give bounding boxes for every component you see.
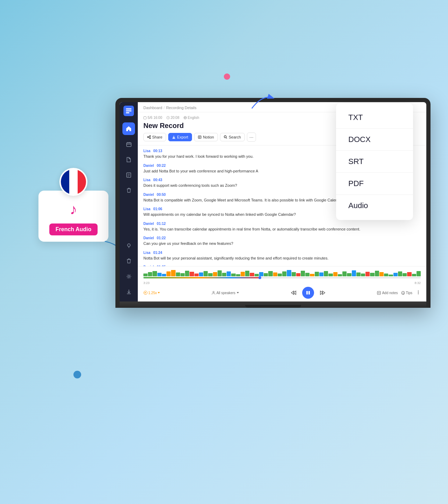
french-audio-card: ♪ French Audio bbox=[33, 168, 114, 242]
french-flag bbox=[59, 168, 87, 196]
svg-point-45 bbox=[418, 291, 419, 291]
flag-white-stripe bbox=[69, 169, 78, 194]
svg-point-12 bbox=[127, 244, 130, 247]
audio-player: 3:23 8:32 1.25x All speakers bbox=[138, 266, 426, 301]
notion-button[interactable]: Notion bbox=[194, 133, 218, 141]
play-controls bbox=[290, 287, 326, 299]
speaker-filter[interactable]: All speakers bbox=[212, 291, 239, 295]
tips-label: Tips bbox=[406, 291, 412, 295]
meta-language: English bbox=[184, 116, 199, 120]
svg-rect-37 bbox=[306, 291, 308, 294]
search-button[interactable]: Search bbox=[220, 133, 245, 141]
rewind-button[interactable] bbox=[290, 289, 298, 297]
export-audio[interactable]: Audio bbox=[336, 195, 413, 216]
svg-rect-3 bbox=[126, 112, 129, 113]
sidebar-logo bbox=[123, 106, 134, 116]
music-icon: ♪ bbox=[47, 201, 100, 218]
tips-button[interactable]: Tips bbox=[401, 291, 412, 295]
sidebar-item-delete2[interactable] bbox=[122, 255, 135, 267]
time-end: 8:32 bbox=[414, 281, 421, 285]
svg-point-24 bbox=[150, 136, 151, 137]
sidebar-item-trash[interactable] bbox=[122, 184, 135, 197]
decorative-dot-blue bbox=[73, 371, 81, 378]
transcript-text-7: Notta Bot will be your personal assistan… bbox=[143, 255, 421, 261]
breadcrumb-dashboard[interactable]: Dashboard bbox=[143, 106, 162, 110]
sidebar-item-docs[interactable] bbox=[122, 169, 135, 181]
sidebar bbox=[120, 102, 138, 301]
share-button[interactable]: Share bbox=[143, 133, 166, 141]
time-start: 3:23 bbox=[143, 281, 150, 285]
waveform[interactable] bbox=[143, 269, 421, 280]
transcript-block-5: Daniel 01:12 Yes, it is. You can transcr… bbox=[143, 222, 421, 232]
transcript-text-5: Yes, it is. You can transcribe calendar … bbox=[143, 226, 421, 232]
export-txt[interactable]: TXT bbox=[336, 107, 413, 129]
transcript-block-6: Daniel 01:22 Can you give us your feedba… bbox=[143, 236, 421, 247]
speaker-daniel-0122: Daniel 01:22 bbox=[143, 236, 421, 240]
svg-line-26 bbox=[149, 136, 150, 137]
more-options-button[interactable]: ··· bbox=[247, 133, 256, 142]
svg-rect-2 bbox=[126, 111, 131, 112]
speaker-daniel-0112: Daniel 01:12 bbox=[143, 222, 421, 226]
speakers-label: All speakers bbox=[216, 291, 235, 295]
sidebar-item-home[interactable] bbox=[122, 122, 135, 135]
search-label: Search bbox=[229, 135, 241, 139]
share-label: Share bbox=[152, 135, 162, 139]
svg-point-25 bbox=[150, 138, 151, 139]
sidebar-item-download[interactable] bbox=[122, 285, 135, 298]
meta-duration: 20:08 bbox=[166, 116, 179, 120]
svg-rect-4 bbox=[127, 143, 131, 147]
decorative-dot-pink bbox=[224, 73, 230, 80]
svg-line-34 bbox=[226, 138, 227, 139]
player-controls: 1.25x All speakers bbox=[143, 287, 421, 299]
laptop-base bbox=[120, 301, 426, 308]
export-srt[interactable]: SRT bbox=[336, 151, 413, 173]
pause-button[interactable] bbox=[302, 287, 314, 299]
svg-rect-38 bbox=[308, 291, 310, 294]
svg-rect-1 bbox=[126, 108, 131, 109]
export-label: Export bbox=[177, 135, 188, 139]
speed-label: 1.25x bbox=[148, 291, 157, 295]
french-audio-label: French Audio bbox=[49, 223, 98, 235]
notion-label: Notion bbox=[203, 135, 214, 139]
export-dropdown: TXT DOCX SRT PDF Audio bbox=[336, 103, 413, 220]
export-pdf[interactable]: PDF bbox=[336, 173, 413, 195]
breadcrumb-recording-details: Recording Details bbox=[166, 106, 197, 110]
speaker-lisa-0124: Lisa 01:24 bbox=[143, 251, 421, 255]
fast-forward-button[interactable] bbox=[318, 289, 326, 297]
sidebar-item-files[interactable] bbox=[122, 153, 135, 166]
svg-point-14 bbox=[128, 276, 130, 277]
breadcrumb-separator: / bbox=[164, 106, 165, 110]
transcript-text-6: Can you give us your feedback on the new… bbox=[143, 241, 421, 247]
add-notes-label: Add notes bbox=[382, 291, 398, 295]
export-button[interactable]: Export bbox=[168, 133, 192, 141]
sidebar-item-calendar[interactable] bbox=[122, 138, 135, 150]
meta-date: 5/6 16:00 bbox=[143, 116, 162, 120]
more-player-options[interactable] bbox=[416, 290, 421, 296]
right-controls: Add notes Tips bbox=[377, 290, 421, 296]
sidebar-item-pin[interactable] bbox=[122, 239, 135, 252]
sidebar-item-settings[interactable] bbox=[122, 270, 135, 283]
svg-line-27 bbox=[149, 137, 150, 138]
svg-point-47 bbox=[418, 293, 419, 294]
svg-point-33 bbox=[224, 136, 226, 138]
svg-point-46 bbox=[418, 292, 419, 293]
svg-point-44 bbox=[403, 293, 403, 294]
audio-file-card: ♪ French Audio bbox=[38, 191, 108, 242]
svg-rect-16 bbox=[144, 117, 147, 119]
export-docx[interactable]: DOCX bbox=[336, 129, 413, 151]
svg-point-36 bbox=[213, 291, 214, 293]
svg-point-23 bbox=[148, 137, 149, 138]
time-row: 3:23 8:32 bbox=[143, 281, 421, 285]
transcript-block-7: Lisa 01:24 Notta Bot will be your person… bbox=[143, 251, 421, 261]
add-notes-button[interactable]: Add notes bbox=[377, 291, 398, 295]
speed-control[interactable]: 1.25x bbox=[143, 291, 160, 295]
